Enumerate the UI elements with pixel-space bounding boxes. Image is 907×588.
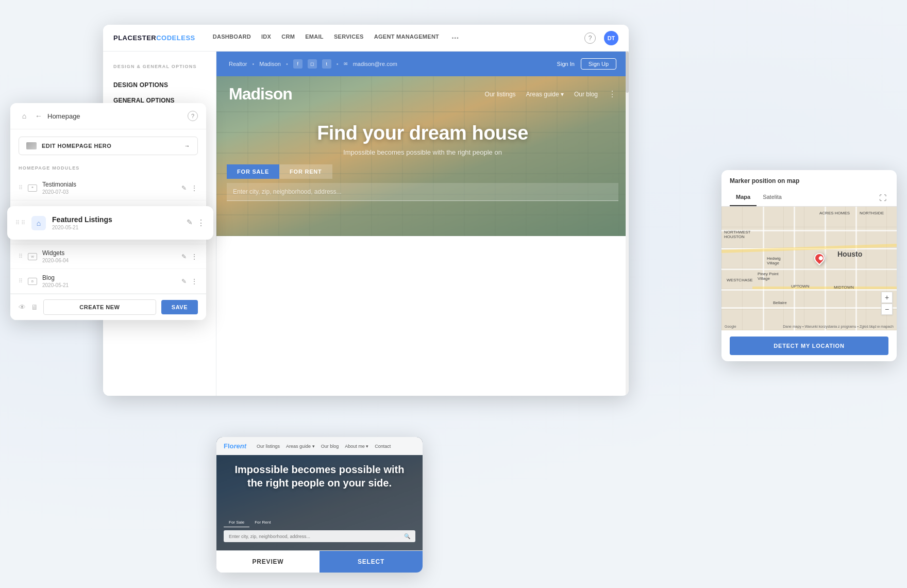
footer-eye-icon[interactable]: 👁 bbox=[19, 303, 26, 311]
blog-more-icon[interactable]: ⋮ bbox=[191, 277, 198, 285]
map-tab-mapa[interactable]: Mapa bbox=[730, 190, 757, 206]
template-nav-bar: Florent Our listings Areas guide ▾ Our b… bbox=[216, 437, 423, 455]
testimonials-drag-handle[interactable]: ⠿ bbox=[19, 184, 23, 191]
nav-dashboard[interactable]: DASHBOARD bbox=[213, 33, 251, 43]
detect-location-button[interactable]: DETECT MY LOCATION bbox=[730, 337, 888, 355]
featured-more-icon[interactable]: ⋮ bbox=[197, 218, 205, 228]
twitter-icon[interactable]: t bbox=[322, 59, 331, 69]
blog-info: Blog 2020-05-21 bbox=[42, 274, 176, 288]
featured-card-inner: ⠿ ⠿ ⌂ Featured Listings 2020-05-21 ✎ ⋮ bbox=[15, 215, 205, 230]
blog-edit-icon[interactable]: ✎ bbox=[181, 278, 187, 285]
nav-email[interactable]: EMAIL bbox=[305, 33, 324, 43]
tab-for-rent[interactable]: FOR RENT bbox=[279, 164, 332, 179]
main-content: Realtor • Madison • f ◻ t • ✉ madison@re… bbox=[216, 52, 629, 396]
save-button[interactable]: SAVE bbox=[161, 300, 198, 314]
testimonials-edit-icon[interactable]: ✎ bbox=[181, 184, 187, 192]
nav-help-button[interactable]: ? bbox=[584, 32, 596, 44]
site-email: madison@re.com bbox=[353, 61, 397, 67]
testimonials-type-icon: ❝ bbox=[28, 184, 37, 192]
sign-in-button[interactable]: Sign In bbox=[557, 61, 575, 67]
nav-links: DASHBOARD IDX CRM EMAIL SERVICES AGENT M… bbox=[213, 33, 459, 43]
blog-drag-handle[interactable]: ⠿ bbox=[19, 278, 23, 284]
map-google-logo: Google bbox=[725, 325, 736, 328]
template-preview-button[interactable]: PREVIEW bbox=[216, 551, 320, 573]
widgets-drag-handle[interactable]: ⠿ bbox=[19, 253, 23, 260]
template-brand-logo: Florent bbox=[224, 442, 246, 450]
template-footer: PREVIEW SELECT bbox=[216, 550, 423, 573]
panel-back-icon[interactable]: ← bbox=[35, 112, 42, 120]
hero-nav-blog[interactable]: Our blog bbox=[574, 91, 598, 98]
hero-nav-more[interactable]: ⋮ bbox=[608, 89, 616, 99]
hero-nav-listings[interactable]: Our listings bbox=[485, 91, 516, 98]
map-zoom-in-button[interactable]: + bbox=[881, 292, 893, 303]
hero-nav-areas[interactable]: Areas guide ▾ bbox=[526, 91, 564, 98]
search-tabs: FOR SALE FOR RENT bbox=[227, 164, 618, 179]
site-header-right: Sign In Sign Up bbox=[557, 58, 616, 70]
featured-drag-handle[interactable]: ⠿ ⠿ bbox=[15, 220, 25, 226]
featured-listing-card: ⠿ ⠿ ⌂ Featured Listings 2020-05-21 ✎ ⋮ bbox=[7, 206, 213, 240]
template-nav-about[interactable]: About me ▾ bbox=[345, 444, 368, 449]
widgets-name: Widgets bbox=[42, 249, 176, 257]
map-fullscreen-button[interactable]: ⛶ bbox=[877, 190, 888, 206]
nav-avatar[interactable]: DT bbox=[604, 31, 618, 45]
widgets-type-icon: W bbox=[28, 253, 37, 260]
panel-footer: 👁 🖥 CREATE NEW SAVE bbox=[10, 294, 206, 320]
template-search-tabs: For Sale For Rent bbox=[224, 518, 415, 527]
edit-hero-button[interactable]: EDIT HOMEPAGE HERO → bbox=[19, 137, 198, 155]
nav-crm[interactable]: CRM bbox=[281, 33, 295, 43]
search-input-bar[interactable]: Enter city, zip, neighborhood, address..… bbox=[227, 183, 618, 201]
module-item-testimonials[interactable]: ⠿ ❝ Testimonials 2020-07-03 ✎ ⋮ bbox=[10, 176, 206, 200]
template-select-button[interactable]: SELECT bbox=[320, 551, 423, 573]
edit-hero-arrow: → bbox=[184, 143, 191, 149]
nav-agent-management[interactable]: AGENT MANAGEMENT bbox=[374, 33, 439, 43]
template-nav-blog[interactable]: Our blog bbox=[321, 444, 339, 449]
widgets-more-icon[interactable]: ⋮ bbox=[191, 253, 198, 261]
template-search-input[interactable] bbox=[229, 534, 404, 539]
road-h5 bbox=[721, 307, 897, 309]
nav-services[interactable]: SERVICES bbox=[334, 33, 364, 43]
template-hero-content: Impossible becomes possible with the rig… bbox=[216, 463, 423, 490]
nav-idx[interactable]: IDX bbox=[261, 33, 271, 43]
template-tab-rent[interactable]: For Rent bbox=[249, 518, 276, 527]
template-tab-sale[interactable]: For Sale bbox=[224, 518, 249, 527]
featured-edit-icon[interactable]: ✎ bbox=[187, 218, 193, 228]
sign-up-button[interactable]: Sign Up bbox=[581, 58, 616, 70]
map-container[interactable]: ACRES HOMES NORTHSIDE NORTHWESTHOUSTON H… bbox=[721, 207, 897, 330]
facebook-icon[interactable]: f bbox=[293, 59, 303, 69]
dot2: • bbox=[286, 61, 288, 67]
template-brand-rent: rent bbox=[234, 442, 247, 450]
panel-home-icon[interactable]: ⌂ bbox=[19, 110, 30, 122]
hero-subtitle: Impossible becomes possible with the rig… bbox=[216, 148, 629, 156]
blog-actions: ✎ ⋮ bbox=[181, 277, 198, 285]
widgets-edit-icon[interactable]: ✎ bbox=[181, 253, 187, 260]
nav-more-dots[interactable]: ··· bbox=[451, 33, 459, 43]
template-nav-contact[interactable]: Contact bbox=[375, 444, 391, 449]
create-new-button[interactable]: CREATE NEW bbox=[43, 299, 156, 315]
instagram-icon[interactable]: ◻ bbox=[308, 59, 317, 69]
featured-actions: ✎ ⋮ bbox=[187, 218, 205, 228]
blog-type-icon: B bbox=[28, 278, 37, 285]
edit-hero-label: EDIT HOMEPAGE HERO bbox=[42, 143, 111, 149]
map-attribution: Dane mapy • Warunki korzystania z progra… bbox=[783, 325, 894, 328]
module-item-blog[interactable]: ⠿ B Blog 2020-05-21 ✎ ⋮ bbox=[10, 269, 206, 294]
site-city: Madison bbox=[259, 61, 281, 67]
featured-home-icon: ⌂ bbox=[31, 216, 46, 230]
site-role: Realtor bbox=[229, 61, 247, 67]
module-item-widgets[interactable]: ⠿ W Widgets 2020-06-04 ✎ ⋮ bbox=[10, 244, 206, 269]
template-brand-flo: Flo bbox=[224, 442, 234, 450]
map-marker bbox=[814, 253, 825, 266]
hero-brand: Madison bbox=[229, 85, 292, 104]
sidebar-item-design-options[interactable]: DESIGN OPTIONS bbox=[113, 77, 206, 93]
template-nav-about-arrow: ▾ bbox=[366, 444, 368, 449]
template-nav-areas[interactable]: Areas guide ▾ bbox=[286, 444, 315, 449]
hero-nav-links: Our listings Areas guide ▾ Our blog ⋮ bbox=[485, 89, 616, 99]
map-tab-satelita[interactable]: Satelita bbox=[757, 190, 788, 206]
map-zoom-out-button[interactable]: − bbox=[881, 304, 893, 315]
tab-for-sale[interactable]: FOR SALE bbox=[227, 164, 279, 179]
footer-monitor-icon[interactable]: 🖥 bbox=[31, 303, 38, 311]
testimonials-more-icon[interactable]: ⋮ bbox=[191, 184, 198, 192]
template-nav-listings[interactable]: Our listings bbox=[257, 444, 280, 449]
site-header: Realtor • Madison • f ◻ t • ✉ madison@re… bbox=[216, 52, 629, 76]
panel-help-icon[interactable]: ? bbox=[188, 111, 198, 121]
modules-section-label: HOMEPAGE MODULES bbox=[10, 162, 206, 176]
